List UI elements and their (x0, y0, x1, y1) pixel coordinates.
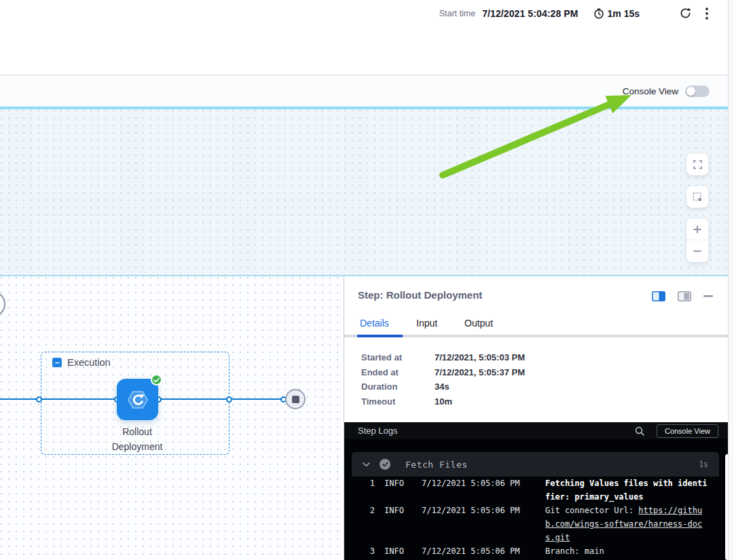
panel-header: Step: Rollout Deployment (344, 276, 728, 309)
step-logs-section: Step Logs Console View Fetch Files 1s (344, 422, 728, 560)
zoom-out-button[interactable] (686, 240, 708, 262)
rollout-step-icon (126, 388, 150, 412)
page-scrollbar-gutter[interactable] (728, 0, 734, 560)
panel-tabs: Details Input Output (344, 312, 728, 340)
log-section-name: Fetch Files (405, 460, 699, 470)
log-line: 2 INFO 7/12/2021 5:05:06 PM Git connecto… (352, 504, 719, 544)
tab-output[interactable]: Output (464, 318, 493, 329)
log-search-button[interactable] (635, 426, 644, 436)
execution-group-header[interactable]: – Execution (52, 357, 111, 368)
zoom-in-icon (692, 224, 703, 235)
console-view-label: Console View (623, 86, 678, 96)
end-node[interactable] (285, 389, 306, 409)
minimize-icon (703, 295, 713, 297)
panel-title: Step: Rollout Deployment (358, 289, 482, 301)
section-success-icon (380, 459, 390, 470)
offscreen-node (0, 291, 5, 317)
success-badge (151, 374, 162, 386)
connector-port (36, 396, 42, 403)
log-scrollbar-thumb[interactable] (725, 454, 728, 560)
start-time-label: Start time (439, 9, 476, 18)
canvas-zoom-controls (686, 153, 708, 262)
detail-label: Duration (361, 381, 435, 392)
detail-label: Started at (361, 352, 435, 362)
split-view-left-button[interactable] (650, 290, 667, 303)
run-meta: Start time 7/12/2021 5:04:28 PM 1m 15s (439, 5, 710, 21)
more-options-button[interactable] (704, 6, 710, 21)
detail-label: Ended at (361, 367, 435, 377)
detail-value: 7/12/2021, 5:05:03 PM (435, 352, 525, 362)
log-line: 3 INFO 7/12/2021 5:05:06 PM Branch: main (352, 544, 719, 558)
refresh-icon (679, 7, 692, 20)
log-console[interactable]: Fetch Files 1s 1 INFO 7/12/2021 5:05:06 … (344, 439, 728, 560)
check-icon (153, 377, 160, 383)
pipeline-execution-screen: Start time 7/12/2021 5:04:28 PM 1m 15s C… (0, 0, 734, 560)
step-details-panel: Step: Rollout Deployment Details Input O… (344, 276, 728, 560)
collapse-group-icon[interactable]: – (52, 358, 62, 367)
active-tab-indicator (357, 335, 403, 337)
zoom-out-icon (692, 246, 703, 257)
top-bar: Start time 7/12/2021 5:04:28 PM 1m 15s (0, 0, 734, 75)
refresh-button[interactable] (678, 5, 693, 21)
log-line: 1 INFO 7/12/2021 5:05:06 PM Fetching Val… (352, 477, 719, 504)
kebab-menu-icon (705, 7, 708, 20)
panel-header-icons (650, 290, 714, 303)
connector-port (226, 396, 232, 403)
log-console-view-button[interactable]: Console View (657, 424, 718, 438)
log-section-header[interactable]: Fetch Files 1s (352, 452, 719, 477)
detail-value: 10m (435, 396, 525, 407)
clock-icon (593, 8, 604, 19)
execution-group-label: Execution (67, 357, 111, 368)
step-logs-bar: Step Logs Console View (344, 422, 728, 439)
minimize-panel-button[interactable] (702, 294, 714, 299)
detail-value: 34s (435, 381, 525, 392)
view-toolbar: Console View (0, 76, 728, 107)
stage-canvas[interactable] (0, 109, 728, 275)
start-time-value: 7/12/2021 5:04:28 PM (482, 8, 578, 19)
elapsed-value: 1m 15s (608, 8, 640, 19)
split-view-right-icon (678, 291, 691, 301)
fit-selection-button[interactable] (686, 186, 708, 208)
tab-input[interactable]: Input (416, 318, 437, 329)
log-section-duration: 1s (699, 460, 708, 469)
rollout-deployment-node[interactable] (117, 379, 158, 420)
toggle-knob (686, 87, 695, 96)
fullscreen-icon (693, 160, 703, 170)
split-view-right-button[interactable] (676, 290, 693, 303)
canvas-split-divider (0, 275, 728, 276)
fullscreen-button[interactable] (686, 153, 708, 175)
log-lines: 1 INFO 7/12/2021 5:05:06 PM Fetching Val… (352, 477, 719, 558)
step-details-list: Started at 7/12/2021, 5:05:03 PM Ended a… (361, 352, 525, 407)
node-label: Rollout Deployment (90, 424, 185, 454)
elapsed-duration: 1m 15s (593, 8, 640, 19)
detail-value: 7/12/2021, 5:05:37 PM (435, 367, 525, 377)
step-logs-title: Step Logs (358, 426, 635, 436)
zoom-in-button[interactable] (686, 219, 708, 240)
step-graph-canvas[interactable]: – Execution Rollout Deployment (0, 276, 343, 560)
search-icon (635, 426, 644, 436)
chevron-down-icon[interactable] (363, 462, 370, 467)
zoom-pair (686, 219, 708, 262)
split-view-left-icon (652, 291, 665, 301)
fit-selection-icon (692, 191, 703, 202)
detail-label: Timeout (361, 396, 435, 407)
tab-details[interactable]: Details (360, 318, 389, 329)
stop-icon (292, 396, 299, 403)
console-view-toggle[interactable] (685, 86, 710, 97)
